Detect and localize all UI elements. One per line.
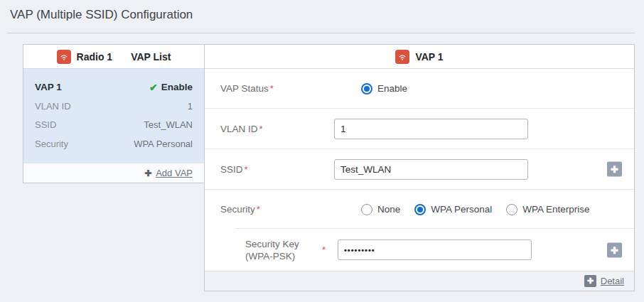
security-field-label: Security* [220,204,334,215]
radio-circle-icon [361,204,372,215]
security-wpa-enterprise-radio[interactable]: WPA Enterprise [506,204,589,215]
add-vap-link[interactable]: Add VAP [156,168,193,178]
required-marker: * [270,83,274,94]
radio-name-label: Radio 1 [77,51,113,63]
vap-detail-panel: VAP 1 VAP Status* Enable VLAN ID* SSID* … [204,44,635,291]
vap-list-header: Radio 1 VAP List [23,45,204,69]
ssid-field-label: SSID* [220,164,334,175]
ssid-value: Test_WLAN [144,116,193,135]
vap-status-badge: ✔ Enable [149,78,193,97]
vap-status-row: VAP Status* Enable [205,69,634,109]
radio-circle-icon [414,204,426,215]
required-marker: * [322,244,329,255]
vap-detail-title: VAP 1 [415,51,443,63]
title-divider [7,33,635,33]
add-icon: ✚ [144,168,151,178]
required-marker: * [259,124,263,134]
required-marker: * [245,164,248,175]
security-none-radio[interactable]: None [361,204,400,215]
security-wpa-personal-radio[interactable]: WPA Personal [414,204,492,215]
vlan-id-field-label: VLAN ID* [220,124,334,134]
security-key-field-label: Security Key (WPA-PSK) [245,238,316,262]
security-wpa-enterprise-label: WPA Enterprise [522,204,589,215]
ssid-row: SSID* ✚ [205,149,634,190]
page-title: VAP (Multiple SSID) Configuration [10,8,193,22]
security-row: Security* None WPA Personal WPA Enterpri… [205,190,634,229]
security-key-input[interactable] [338,239,532,260]
vlan-id-input[interactable] [334,119,528,139]
vap-card-row-security: Security WPA Personal [35,135,193,154]
vap-card-row-ssid: SSID Test_WLAN [35,116,193,135]
security-none-label: None [377,204,400,215]
radio-circle-icon [361,83,372,95]
security-value: WPA Personal [134,135,193,154]
radio-circle-icon [506,204,517,215]
ssid-input[interactable] [334,159,528,180]
vap-status-field-label: VAP Status* [220,83,334,94]
vap-card-row-vlan: VLAN ID 1 [35,97,193,117]
security-label: Security [35,135,68,154]
vap-list-item-vap1[interactable]: VAP 1 ✔ Enable VLAN ID 1 SSID Test_WLAN … [23,69,204,163]
ssid-label: SSID [35,116,56,135]
vap-list-title: VAP List [131,51,171,63]
vlan-id-row: VLAN ID* [205,109,634,149]
check-icon: ✔ [149,78,158,97]
security-key-row: Security Key (WPA-PSK) * ✚ [205,229,634,271]
vlan-id-value: 1 [188,97,193,117]
vap-status-enable-radio[interactable]: Enable [361,83,407,95]
detail-link[interactable]: Detail [601,276,624,286]
wifi-icon [57,50,71,64]
ssid-add-button[interactable]: ✚ [607,162,622,177]
vap-name: VAP 1 [35,78,62,97]
form-footer: ✚ Detail [205,271,634,291]
security-wpa-personal-label: WPA Personal [431,204,492,215]
vap-status-text: Enable [161,78,193,97]
security-key-add-button[interactable]: ✚ [607,242,622,257]
required-marker: * [257,204,260,215]
vap-status-enable-label: Enable [377,83,407,94]
vap-list-panel: Radio 1 VAP List VAP 1 ✔ Enable VLAN ID … [23,44,205,183]
detail-add-icon: ✚ [584,275,596,287]
vap-detail-header: VAP 1 [205,45,634,69]
vlan-id-label: VLAN ID [35,97,71,117]
add-vap-row: ✚ Add VAP [23,163,204,183]
wifi-icon [395,50,409,64]
